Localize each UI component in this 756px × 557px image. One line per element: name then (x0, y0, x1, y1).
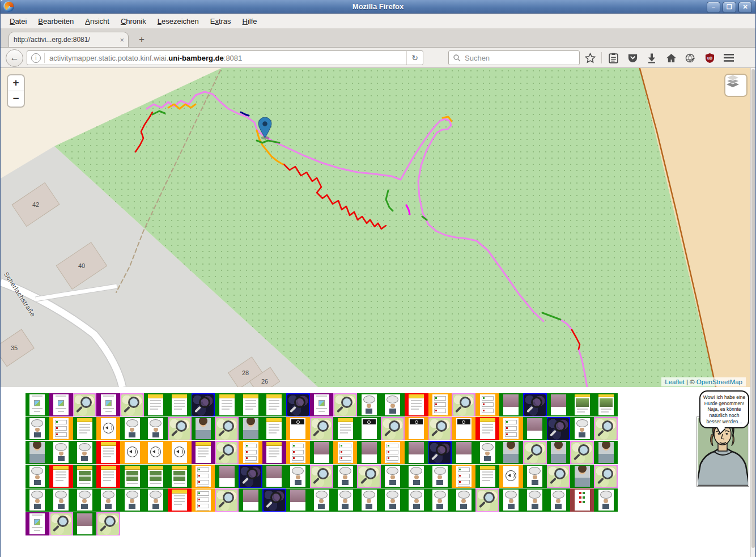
activity-tile-app[interactable] (49, 393, 73, 416)
activity-tile-map[interactable] (547, 465, 571, 488)
menu-lesezeichen[interactable]: Lesezeichen (152, 17, 205, 25)
layers-control[interactable] (725, 75, 746, 96)
activity-tile-doc[interactable] (96, 465, 120, 488)
activity-tile-speaker[interactable] (168, 441, 192, 464)
activity-tile-mapdark[interactable] (262, 488, 286, 512)
activity-tile-map[interactable] (570, 441, 594, 464)
activity-tile-comic[interactable] (96, 488, 120, 512)
map-edit-icon[interactable] (685, 52, 696, 63)
activity-tile-comic[interactable] (73, 441, 97, 464)
activity-tile-speaker[interactable] (499, 465, 523, 488)
back-button[interactable]: ← (6, 49, 23, 67)
activity-tile-hearts[interactable] (570, 488, 594, 512)
activity-tile-comic[interactable] (49, 441, 73, 464)
activity-tile-doc[interactable] (405, 393, 428, 416)
browser-tab[interactable]: http://activi...erg.de:8081/ × (9, 32, 129, 48)
menu-ansicht[interactable]: Ansicht (79, 17, 115, 25)
activity-tile-mapdark[interactable] (192, 393, 215, 416)
activity-tile-doc[interactable] (168, 488, 192, 512)
activity-tile-comic[interactable] (120, 488, 144, 512)
activity-tile-mapdark[interactable] (239, 465, 262, 488)
activity-tile-app[interactable] (26, 393, 49, 416)
menu-chronik[interactable]: Chronik (115, 17, 152, 25)
activity-tile-mapdark[interactable] (428, 441, 452, 464)
menu-icon[interactable] (723, 52, 734, 63)
activity-tile-doc[interactable] (96, 441, 120, 464)
activity-tile-comic[interactable] (499, 488, 523, 512)
pocket-icon[interactable] (627, 52, 638, 63)
activity-tile-check[interactable] (286, 441, 310, 464)
activity-tile-map[interactable] (452, 393, 475, 416)
activity-tile-doc[interactable] (49, 465, 73, 488)
activity-tile-portrait2[interactable] (547, 441, 571, 464)
menu-extras[interactable]: Extras (205, 17, 237, 25)
tab-close-icon[interactable]: × (120, 32, 124, 48)
activity-tile-comic[interactable] (428, 488, 452, 512)
reading-list-icon[interactable] (608, 52, 619, 63)
scrollbar-thumb[interactable] (751, 69, 755, 548)
activity-tile-portrait[interactable] (262, 465, 286, 488)
activity-tile-map[interactable] (120, 393, 144, 416)
window-titlebar[interactable]: Mozilla Firefox – ❐ ✕ (1, 0, 755, 14)
activity-tile-doc[interactable] (475, 465, 499, 488)
activity-tile-map[interactable] (215, 488, 239, 512)
activity-tile-camera[interactable] (405, 417, 428, 440)
activity-tile-docphoto[interactable] (120, 465, 144, 488)
activity-tile-comic[interactable] (428, 465, 452, 488)
activity-tile-comic[interactable] (144, 417, 168, 440)
activity-tile-check[interactable] (239, 441, 262, 464)
activity-tile-doc[interactable] (475, 417, 499, 440)
activity-tile-portrait2[interactable] (239, 417, 262, 440)
zoom-out-button[interactable]: − (8, 91, 24, 107)
activity-tile-map[interactable] (333, 393, 357, 416)
activity-tile-portrait2[interactable] (594, 441, 618, 464)
home-icon[interactable] (665, 52, 677, 63)
activity-tile-map[interactable] (215, 417, 239, 440)
activity-tile-map[interactable] (73, 393, 97, 416)
page-scrollbar[interactable] (750, 68, 755, 557)
activity-tile-doc[interactable] (262, 393, 286, 416)
activity-tile-portrait2[interactable] (192, 417, 215, 440)
activity-tile-docphoto[interactable] (73, 465, 97, 488)
activity-tile-doc[interactable] (73, 417, 97, 440)
activity-tile-portrait[interactable] (73, 512, 97, 535)
activity-tile-docphoto[interactable] (168, 465, 192, 488)
activity-tile-check[interactable] (192, 488, 215, 512)
activity-tile-photo[interactable] (594, 393, 618, 416)
activity-tile-map[interactable] (49, 512, 73, 535)
activity-tile-map[interactable] (475, 488, 499, 512)
reload-icon[interactable]: ↻ (406, 51, 423, 65)
activity-tile-comic[interactable] (310, 488, 334, 512)
activity-tile-doc[interactable] (239, 393, 262, 416)
activity-tile-speaker[interactable] (120, 441, 144, 464)
activity-tile-doc[interactable] (192, 441, 215, 464)
search-input[interactable] (464, 53, 579, 63)
activity-tile-portrait2[interactable] (499, 441, 523, 464)
activity-tile-doc[interactable] (215, 393, 239, 416)
activity-tile-doc[interactable] (144, 393, 168, 416)
activity-tile-comic[interactable] (523, 465, 547, 488)
activity-tile-comic[interactable] (333, 488, 357, 512)
activity-tile-comic[interactable] (333, 465, 357, 488)
activity-tile-check[interactable] (333, 441, 357, 464)
downloads-icon[interactable] (646, 52, 657, 63)
map[interactable]: 4240352826 Scherlachstraße + − Leaflet |… (1, 68, 751, 387)
activity-tile-speaker[interactable] (96, 417, 120, 440)
activity-tile-comic[interactable] (26, 417, 49, 440)
activity-tile-map[interactable] (168, 417, 192, 440)
activity-tile-app[interactable] (310, 393, 334, 416)
site-info-icon[interactable]: i (31, 53, 41, 63)
menu-bearbeiten[interactable]: Bearbeiten (32, 17, 79, 25)
activity-tile-check[interactable] (499, 417, 523, 440)
activity-tile-comic[interactable] (26, 488, 49, 512)
activity-tile-mapdark[interactable] (286, 393, 310, 416)
activity-tile-camera[interactable] (357, 417, 381, 440)
activity-tile-mapdark[interactable] (547, 417, 571, 440)
activity-tile-comic[interactable] (475, 441, 499, 464)
activity-tile-portrait[interactable] (405, 441, 428, 464)
activity-tile-comic[interactable] (547, 488, 571, 512)
menu-datei[interactable]: Datei (4, 17, 32, 25)
activity-tile-map[interactable] (310, 465, 334, 488)
activity-tile-doc[interactable] (333, 417, 357, 440)
activity-tile-comic[interactable] (357, 393, 381, 416)
